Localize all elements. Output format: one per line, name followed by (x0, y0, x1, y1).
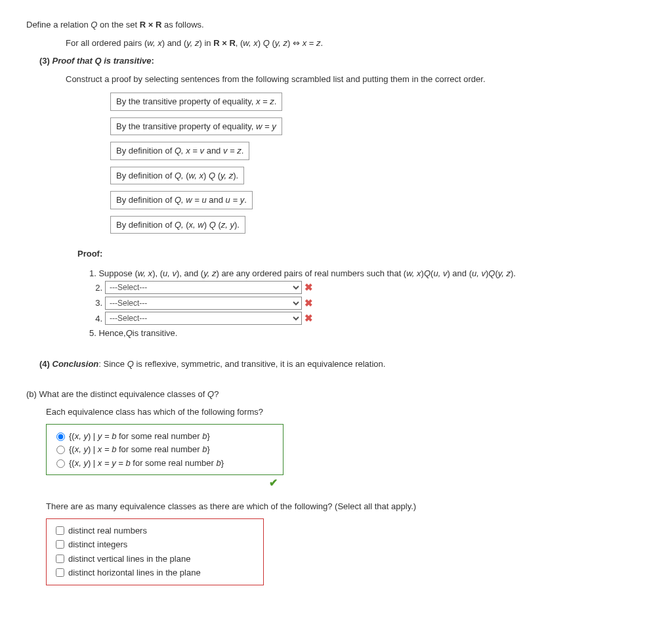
part3-heading: (3) Proof that Q is transitive: (39, 54, 646, 68)
checkbox-input-2[interactable] (56, 540, 64, 549)
radio-option-2[interactable]: {(x, y) | x = b for some real number b} (53, 444, 276, 455)
proof-step-3-select[interactable]: ---Select--- (105, 297, 302, 310)
scrambled-sentences: By the transitive property of equality, … (110, 91, 646, 236)
intro-line-1: Define a relation Q on the set R × R as … (26, 18, 646, 32)
sentence-option-3[interactable]: By definition of Q, x = v and v = z. (110, 142, 249, 160)
equivalence-class-options: {(x, y) | y = b for some real number b} … (46, 424, 284, 476)
sentence-option-4[interactable]: By definition of Q, (w, x) Q (y, z). (110, 167, 244, 185)
sentence-option-5[interactable]: By definition of Q, w = u and u = y. (110, 191, 253, 209)
radio-option-3[interactable]: {(x, y) | x = y = b for some real number… (53, 457, 276, 469)
sentence-option-6[interactable]: By definition of Q, (x, w) Q (z, y). (110, 216, 245, 234)
sentence-option-2[interactable]: By the transitive property of equality, … (110, 117, 282, 136)
x-icon: ✖ (304, 311, 313, 326)
proof-step-2-select[interactable]: ---Select--- (105, 281, 302, 294)
radio-input-2[interactable] (56, 446, 65, 454)
checkbox-option-3[interactable]: distinct vertical lines in the plane (53, 553, 257, 566)
proof-step-4-select[interactable]: ---Select--- (105, 312, 302, 325)
radio-option-1[interactable]: {(x, y) | y = b for some real number b} (53, 430, 276, 442)
checkbox-input-3[interactable] (56, 555, 64, 563)
checkbox-input-1[interactable] (56, 526, 64, 535)
sentence-option-1[interactable]: By the transitive property of equality, … (110, 93, 282, 111)
check-icon: ✔ (269, 475, 646, 491)
x-icon: ✖ (304, 280, 313, 295)
part-b-heading: (b) What are the distinct equivalence cl… (26, 388, 646, 401)
part-b-sub: Each equivalence class has which of the … (46, 406, 646, 419)
checkbox-prompt: There are as many equivalence classes as… (46, 500, 646, 513)
x-icon: ✖ (304, 296, 313, 311)
proof-steps: 1. Suppose (w, x), (u, v), and (y, z) ar… (89, 267, 646, 340)
part4-conclusion: (4) Conclusion: Since Q is reflexive, sy… (39, 358, 646, 371)
checkbox-option-4[interactable]: distinct horizontal lines in the plane (53, 566, 257, 579)
part3-instruction: Construct a proof by selecting sentences… (66, 73, 646, 86)
proof-step-1: 1. Suppose (w, x), (u, v), and (y, z) ar… (89, 267, 646, 280)
intro-line-2: For all ordered pairs (w, x) and (y, z) … (66, 37, 646, 50)
proof-step-5: 5. Hence, Q is transitive. (89, 327, 646, 340)
proof-heading: Proof: (77, 247, 646, 261)
radio-input-1[interactable] (56, 432, 65, 441)
count-options: distinct real numbers distinct integers … (46, 518, 264, 585)
checkbox-option-2[interactable]: distinct integers (53, 538, 257, 551)
radio-input-3[interactable] (56, 459, 65, 468)
checkbox-input-4[interactable] (56, 568, 64, 577)
checkbox-option-1[interactable]: distinct real numbers (53, 524, 257, 537)
